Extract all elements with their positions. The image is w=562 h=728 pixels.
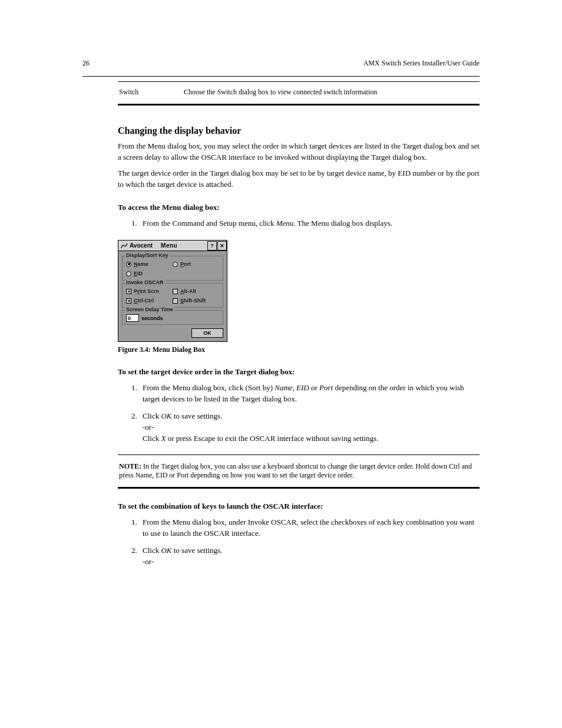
- step-text: From the Menu dialog box, click (Sort by…: [143, 383, 275, 392]
- checkbox-label-rest: trl-Ctrl: [138, 298, 154, 304]
- brand: Avocent: [118, 242, 155, 249]
- avocent-icon: [121, 243, 128, 249]
- checkbox-icon: [126, 298, 131, 304]
- ok-button[interactable]: OK: [191, 328, 223, 338]
- dialog-footer: OK: [122, 327, 223, 338]
- checkbox-icon: [173, 289, 178, 294]
- figure-caption: Figure 3.4: Menu Dialog Box: [118, 345, 480, 354]
- table-row: Switch Choose the Switch dialog box to v…: [118, 84, 480, 100]
- step-list: From the Command and Setup menu, click M…: [139, 218, 480, 229]
- checkbox-label-rest: int Scrn: [140, 288, 160, 294]
- figure: Avocent Menu ? ✕ Display/Sort Key Name: [118, 240, 480, 354]
- delay-unit: seconds: [141, 315, 163, 321]
- invoke-oscar-fieldset: Invoke OSCAR Print Scrn Alt-Alt Ctrl-: [122, 283, 223, 308]
- titlebar-buttons: ? ✕: [207, 241, 227, 251]
- radio-eid[interactable]: EID: [126, 271, 173, 276]
- checkbox-shift-shift[interactable]: Shift-Shift: [173, 298, 219, 304]
- radio-icon: [173, 262, 178, 267]
- checkbox-label-rest: hift-Shift: [184, 298, 206, 304]
- checkbox-alt-alt[interactable]: Alt-Alt: [173, 288, 219, 294]
- list-item: From the Command and Setup menu, click M…: [139, 218, 480, 229]
- paragraph: The target device order in the Target di…: [118, 168, 480, 190]
- radio-label-rest: ame: [138, 261, 148, 267]
- radio-icon: [126, 271, 131, 276]
- checkbox-icon: [173, 298, 178, 304]
- table-cell-feature: Switch: [119, 88, 184, 97]
- config-table: Switch Choose the Switch dialog box to v…: [118, 81, 480, 106]
- fieldset-legend: Invoke OSCAR: [125, 279, 165, 285]
- step-text: . The Menu dialog box displays.: [293, 219, 392, 228]
- step-text: Click: [143, 411, 161, 420]
- table-rule-bottom: [118, 104, 480, 106]
- display-sort-fieldset: Display/Sort Key Name Port EID: [122, 256, 223, 281]
- header-rule: [82, 76, 480, 77]
- help-button[interactable]: ?: [207, 241, 217, 251]
- paragraph: From the Menu dialog box, you may select…: [118, 141, 480, 163]
- legend-text-pre: Screen Delay Time: [126, 307, 173, 312]
- section-heading: Changing the display behavior: [118, 126, 480, 136]
- menu-name: Menu: [276, 219, 294, 228]
- note-rule-bottom: [118, 487, 480, 489]
- step-list: From the Menu dialog box, under Invoke O…: [139, 517, 480, 567]
- ui-name: Name: [275, 383, 292, 392]
- checkbox-icon: [126, 289, 131, 294]
- close-button[interactable]: ✕: [217, 241, 227, 251]
- note-label: NOTE:: [119, 462, 141, 470]
- note-text: NOTE: In the Target dialog box, you can …: [118, 459, 480, 483]
- radio-port[interactable]: Port: [173, 261, 219, 267]
- document-title: AMX Switch Series Installer/User Guide: [363, 59, 480, 68]
- fieldset-legend: Screen Delay Time: [125, 307, 174, 312]
- ui-name: OK: [161, 411, 171, 420]
- step-text: or press: [166, 434, 193, 443]
- radio-label-rest: ort: [184, 261, 191, 267]
- procedure-heading: To set the combination of keys to launch…: [118, 502, 480, 511]
- page-number: 26: [82, 59, 106, 68]
- ui-name: Port: [319, 383, 333, 392]
- delay-input[interactable]: 0: [126, 314, 139, 322]
- step-text: to exit the OSCAR interface without savi…: [215, 434, 378, 443]
- step-list: From the Menu dialog box, click (Sort by…: [139, 383, 480, 444]
- ui-name: EID: [296, 383, 309, 392]
- menu-dialog: Avocent Menu ? ✕ Display/Sort Key Name: [118, 240, 227, 342]
- step-text: or: [309, 383, 319, 392]
- page-container: 26 AMX Switch Series Installer/User Guid…: [0, 0, 562, 728]
- procedure-heading: To access the Menu dialog box:: [118, 203, 480, 212]
- list-item: Click OK to save settings. -or- Click X …: [139, 411, 480, 444]
- step-text: Click: [143, 546, 161, 555]
- radio-name[interactable]: Name: [126, 261, 173, 267]
- checkbox-print-scrn[interactable]: Print Scrn: [126, 288, 173, 294]
- list-item: Click OK to save settings. -or-: [139, 545, 480, 568]
- checkbox-label-rest: lt-Alt: [184, 288, 197, 294]
- brand-label: Avocent: [130, 242, 153, 249]
- note-body: In the Target dialog box, you can also u…: [119, 462, 472, 479]
- key-name: Escape: [194, 434, 216, 443]
- radio-icon: [126, 262, 131, 267]
- list-item: From the Menu dialog box, under Invoke O…: [139, 517, 480, 539]
- table-rule-top: [118, 81, 480, 82]
- screen-delay-fieldset: Screen Delay Time 0 seconds: [122, 310, 223, 325]
- list-item: From the Menu dialog box, click (Sort by…: [139, 383, 480, 405]
- dialog-body: Display/Sort Key Name Port EID: [118, 251, 227, 341]
- dialog-title: Menu: [155, 242, 207, 249]
- radio-label-rest: ID: [137, 271, 143, 276]
- page-header: 26 AMX Switch Series Installer/User Guid…: [82, 59, 480, 68]
- ui-name: OK: [161, 546, 171, 555]
- checkbox-ctrl-ctrl[interactable]: Ctrl-Ctrl: [126, 298, 173, 304]
- step-text: From the Command and Setup menu, click: [143, 219, 276, 228]
- fieldset-legend: Display/Sort Key: [125, 252, 170, 258]
- note-block: NOTE: In the Target dialog box, you can …: [118, 454, 480, 489]
- procedure-heading: To set the target device order in the Ta…: [118, 367, 480, 377]
- dialog-titlebar: Avocent Menu ? ✕: [118, 241, 227, 251]
- note-rule-top: [118, 454, 480, 455]
- table-cell-purpose: Choose the Switch dialog box to view con…: [184, 88, 478, 97]
